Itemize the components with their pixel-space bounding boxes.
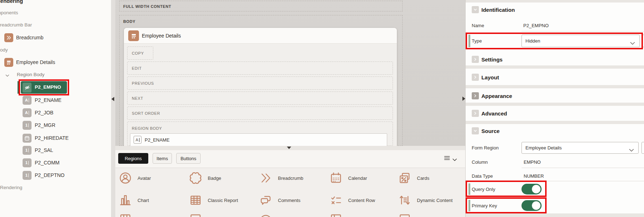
tree-item[interactable]: P2_HIREDATE — [23, 134, 109, 143]
query-only-toggle[interactable] — [522, 184, 542, 194]
slot-caption: BODY — [123, 19, 135, 24]
tree-item-p2-empno[interactable]: P2_EMPNO — [21, 81, 67, 94]
property-row-data-type: Data Type NUMBER — [466, 171, 644, 181]
collapse-left-handle[interactable] — [111, 97, 114, 101]
primary-key-toggle[interactable] — [522, 200, 542, 211]
collapse-down-handle[interactable] — [287, 147, 291, 149]
section-title: Appearance — [481, 93, 512, 99]
select-value: Employee Details — [525, 145, 562, 151]
tree-section-rendering: Rendering — [0, 185, 22, 190]
gallery-item-label: Chart — [138, 198, 149, 203]
section-header-appearance[interactable]: Appearance — [466, 90, 644, 102]
tab-buttons[interactable]: Buttons — [176, 153, 201, 164]
tree-item[interactable]: 1 P2_SAL — [23, 146, 109, 155]
left-splitter[interactable] — [111, 0, 115, 217]
layout-slot-full-width-content[interactable]: FULL WIDTH CONTENT — [119, 1, 403, 11]
tree-item-label: P2_ENAME — [35, 97, 62, 103]
slot-caption: COPY — [132, 51, 144, 55]
gallery-item-classic-report[interactable]: Classic Report — [189, 194, 238, 207]
tree-node-region-body[interactable]: Region Body — [5, 71, 105, 80]
gallery-item-label: Content Row — [348, 198, 375, 203]
name-field[interactable]: P2_EMPNO — [523, 23, 549, 28]
gallery-item-avatar[interactable]: Avatar — [119, 172, 151, 184]
section-header-layout[interactable]: Layout — [466, 71, 644, 83]
number-item-icon: 1 — [23, 158, 32, 167]
gallery-item-breadcrumb[interactable]: Breadcrumb — [259, 172, 303, 184]
number-item-icon: 1 — [23, 171, 32, 180]
layout-slot-next[interactable]: NEXT — [127, 92, 393, 105]
layout-slot-copy[interactable]: COPY — [127, 46, 153, 60]
property-label: Primary Key — [472, 203, 497, 208]
gallery-chevron-down-icon[interactable] — [452, 157, 457, 163]
gallery-body: Avatar Badge Breadcrumb Calendar Cards C… — [115, 168, 465, 217]
gallery-menu-icon[interactable] — [444, 156, 450, 162]
tab-label: Items — [157, 156, 168, 161]
tree-item[interactable]: A P2_ENAME — [23, 96, 109, 105]
chevron-right-icon — [472, 92, 479, 99]
type-select[interactable]: Hidden — [522, 35, 640, 47]
gallery-item-chart[interactable]: Chart — [119, 194, 149, 207]
changed-marker — [468, 200, 470, 211]
gallery-item-badge[interactable]: Badge — [189, 172, 221, 184]
tree-item[interactable]: 1 P2_DEPTNO — [23, 171, 109, 180]
layout-slot-sort-order[interactable]: SORT ORDER — [127, 107, 393, 120]
section-header-source[interactable]: Source — [466, 125, 644, 137]
property-label: Query Only — [472, 187, 495, 192]
dynamic-content-icon — [398, 194, 411, 207]
tree-node-breadcrumb[interactable]: Breadcrumb — [4, 33, 105, 43]
property-label: Column — [472, 159, 488, 165]
comments-icon — [259, 194, 272, 207]
chart-icon — [119, 194, 132, 207]
layout-slot-edit[interactable]: EDIT — [127, 61, 393, 75]
text-item-icon: A — [23, 108, 32, 117]
tab-items[interactable]: Items — [153, 153, 172, 164]
property-label: Data Type — [472, 173, 493, 179]
gallery-item-dynamic-content[interactable]: Dynamic Content — [398, 194, 453, 207]
gallery-item-label: Breadcrumb — [278, 176, 303, 181]
changed-marker — [468, 35, 470, 47]
layout-item-p2-ename[interactable]: A P2_ENAME — [130, 133, 387, 146]
form-region-select[interactable]: Employee Details — [522, 142, 639, 154]
region-card-title: Employee Details — [142, 33, 181, 39]
divider — [522, 168, 644, 168]
toggle-knob — [532, 184, 541, 194]
section-header-advanced[interactable]: Advanced — [466, 108, 644, 119]
layout-panel: FULL WIDTH CONTENT BODY Employee Details… — [115, 0, 465, 146]
layout-slot-previous[interactable]: PREVIOUS — [127, 77, 393, 90]
tree-item-label: P2_SAL — [35, 147, 53, 153]
slot-caption: SORT ORDER — [132, 111, 160, 115]
section-header-identification[interactable]: Identification — [466, 4, 644, 16]
section-header-settings[interactable]: Settings — [466, 54, 644, 65]
gallery-item-cards[interactable]: Cards — [398, 172, 429, 184]
region-card-header[interactable]: Employee Details — [124, 28, 397, 44]
tree-item[interactable]: A P2_JOB — [23, 108, 109, 118]
tree-node-label: Employee Details — [16, 59, 55, 65]
tree-item[interactable]: 1 P2_COMM — [23, 158, 109, 168]
tree-section-breadcrumb-bar: Breadcrumb Bar — [0, 22, 32, 28]
text-item-icon: A — [23, 96, 32, 105]
gallery-item-calendar[interactable]: Calendar — [330, 172, 367, 184]
property-row-query-only: Query Only — [466, 182, 644, 197]
tree-item[interactable]: 1 P2_MGR — [23, 121, 109, 130]
collapse-right-handle[interactable] — [462, 97, 465, 101]
quick-pick-button[interactable] — [641, 142, 644, 154]
slot-caption: FULL WIDTH CONTENT — [123, 4, 171, 9]
toggle-knob — [532, 201, 541, 210]
chevron-right-icon — [472, 74, 479, 81]
slot-caption: EDIT — [132, 66, 141, 70]
chevron-right-icon — [472, 56, 479, 63]
property-row-primary-key: Primary Key — [466, 198, 644, 213]
section-separator — [466, 103, 644, 106]
quick-pick-button[interactable] — [642, 35, 644, 47]
section-title: Layout — [481, 74, 499, 80]
layout-slot-region-body[interactable]: REGION BODY A P2_ENAME — [127, 122, 393, 146]
tab-regions[interactable]: Regions — [118, 153, 148, 164]
form-region-icon — [4, 58, 13, 67]
column-field[interactable]: EMPNO — [524, 159, 541, 165]
gallery-item-content-row[interactable]: Content Row — [330, 194, 375, 207]
tree-node-label: Breadcrumb — [16, 35, 43, 40]
tree-title-rendering: Rendering — [0, 0, 23, 4]
tree-item-label: P2_COMM — [35, 160, 59, 166]
gallery-item-comments[interactable]: Comments — [259, 194, 301, 207]
tree-node-employee-details[interactable]: Employee Details — [4, 58, 105, 67]
